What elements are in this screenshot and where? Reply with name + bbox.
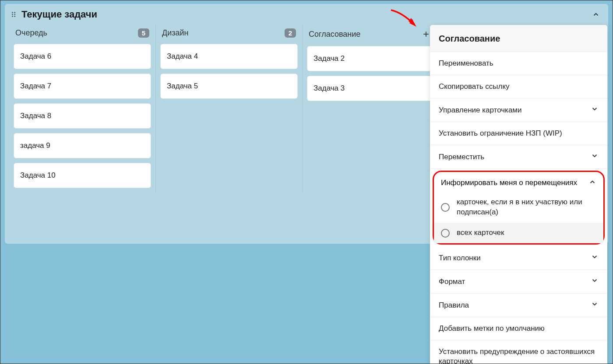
column-header: Дизайн 2 [160,25,298,44]
menu-item[interactable]: Переименовать [430,52,607,75]
menu-item[interactable]: Установить ограничение НЗП (WIP) [430,122,607,145]
notify-section-highlighted: Информировать меня о перемещениях карточ… [433,171,605,245]
column-count-badge: 2 [285,28,296,38]
card[interactable]: задача 9 [14,133,151,158]
menu-item-label: Переместить [439,152,591,162]
chevron-down-icon [591,152,599,162]
card[interactable]: Задача 7 [14,74,151,99]
radio-icon [441,203,450,212]
notify-option[interactable]: всех карточек [434,223,603,243]
radio-label: всех карточек [457,228,504,238]
card[interactable]: Задача 8 [14,103,151,129]
menu-item[interactable]: Тип колонки [430,246,607,270]
chevron-down-icon [591,105,599,115]
menu-item-label: Управление карточками [439,105,591,115]
menu-item-label: Добавить метки по умолчанию [439,324,599,333]
board-header: Текущие задачи [5,4,608,25]
column: Очередь 5 Задача 6Задача 7Задача 8задача… [9,25,156,192]
radio-icon [441,229,450,238]
column-count-badge: 5 [138,28,149,38]
svg-point-5 [14,16,15,17]
chevron-down-icon [591,300,599,310]
menu-item[interactable]: Управление карточками [430,98,607,122]
menu-item[interactable]: Установить предупреждение о застоявшихся… [430,340,607,364]
menu-item-label: Установить предупреждение о застоявшихся… [439,347,599,364]
menu-item[interactable]: Правила [430,294,607,317]
annotation-arrow [389,8,424,32]
menu-item-label: Скопировать ссылку [439,82,599,91]
card[interactable]: Задача 5 [160,74,298,99]
menu-title: Согласование [430,25,607,52]
collapse-board-button[interactable] [590,8,602,21]
menu-item-notify-header[interactable]: Информировать меня о перемещениях [434,172,603,192]
card[interactable]: Задача 10 [14,163,151,188]
card[interactable]: Задача 6 [14,44,151,69]
card[interactable]: Задача 4 [160,44,298,69]
column-title: Очередь [15,28,138,38]
drag-handle-icon[interactable] [11,9,17,20]
chevron-down-icon [591,276,599,287]
menu-item-label: Правила [439,301,591,310]
menu-item-label: Тип колонки [439,253,591,263]
menu-item-label: Переименовать [439,59,599,68]
menu-item[interactable]: Добавить метки по умолчанию [430,317,607,340]
column-header: Очередь 5 [14,25,151,44]
notify-option[interactable]: карточек, если я в них участвую или подп… [434,192,603,223]
chevron-up-icon [588,178,596,188]
card[interactable]: Задача 2 [307,46,445,71]
chevron-down-icon [591,253,599,263]
menu-item-label: Установить ограничение НЗП (WIP) [439,129,599,138]
column: Дизайн 2 Задача 4Задача 5 [156,25,303,192]
svg-point-4 [12,16,13,17]
menu-item[interactable]: Формат [430,270,607,294]
svg-point-1 [14,12,15,13]
column-title: Дизайн [162,28,285,38]
svg-point-0 [12,12,13,13]
menu-item-label: Формат [439,277,591,287]
card[interactable]: Задача 3 [307,76,445,101]
board-title: Текущие задачи [21,9,97,20]
column-context-menu: Согласование ПереименоватьСкопировать сс… [430,25,607,364]
svg-point-3 [14,14,15,15]
menu-item[interactable]: Скопировать ссылку [430,75,607,98]
column: Согласование Задача 2Задача 3 [303,25,449,192]
svg-point-2 [12,14,13,15]
radio-label: карточек, если я в них участвую или подп… [457,197,596,217]
menu-item[interactable]: Переместить [430,145,607,169]
